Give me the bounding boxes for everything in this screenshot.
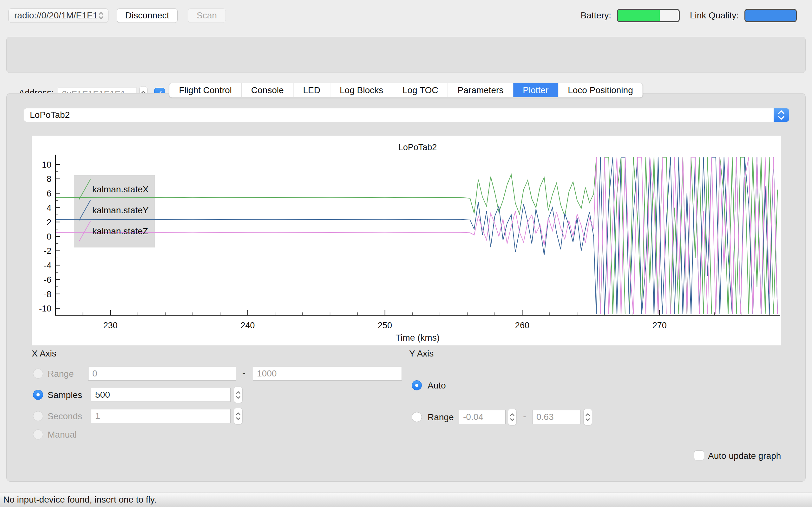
status-message: No input-device found, insert one to fly… [3, 495, 157, 505]
x-manual-radio[interactable] [33, 429, 43, 440]
plot-panel: 1086420-2-4-6-8-10230240250260270 LoPoTa… [32, 135, 781, 345]
x-range-label: Range [48, 369, 74, 379]
battery-label: Battery: [580, 10, 611, 20]
svg-text:2: 2 [47, 218, 51, 227]
legend-label: kalman.stateZ [92, 225, 148, 238]
auto-update-graph-label: Auto update graph [708, 451, 781, 461]
legend-label: kalman.stateY [92, 204, 148, 217]
address-panel: Address: Auto Reconnect [6, 37, 806, 73]
x-seconds-input[interactable] [91, 409, 231, 423]
connection-uri-value: radio://0/20/1M/E1E1 [14, 10, 98, 20]
svg-text:8: 8 [47, 174, 51, 184]
stepper-down-icon [236, 396, 241, 399]
svg-text:250: 250 [378, 321, 392, 330]
battery-indicator [617, 9, 680, 22]
legend-line-sample [78, 178, 91, 201]
tab-console[interactable]: Console [241, 83, 293, 97]
x-axis-section-label: X Axis [32, 349, 56, 359]
link-quality-label: Link Quality: [690, 10, 739, 20]
x-range-max-input[interactable] [253, 367, 402, 381]
tab-led[interactable]: LED [293, 83, 330, 97]
tab-plotter[interactable]: Plotter [513, 83, 558, 97]
legend-label: kalman.stateX [92, 183, 148, 196]
svg-text:-8: -8 [44, 290, 51, 299]
legend-line-sample [78, 220, 91, 243]
svg-text:-6: -6 [44, 275, 51, 285]
x-range-radio[interactable] [33, 369, 43, 379]
svg-text:230: 230 [103, 321, 117, 330]
connection-uri-select[interactable]: radio://0/20/1M/E1E1 [8, 8, 108, 23]
tab-log-blocks[interactable]: Log Blocks [330, 83, 393, 97]
y-range-label: Range [427, 412, 454, 422]
disconnect-button[interactable]: Disconnect [117, 8, 177, 23]
y-range-max-input[interactable] [532, 410, 580, 424]
x-seconds-radio[interactable] [33, 411, 43, 421]
svg-text:0: 0 [47, 232, 51, 241]
y-auto-label: Auto [427, 381, 446, 391]
svg-text:-4: -4 [44, 261, 51, 270]
link-quality-indicator [745, 9, 797, 22]
stepper-up-icon [585, 413, 590, 416]
svg-text:240: 240 [241, 321, 255, 330]
stepper-down-icon [585, 418, 590, 421]
stepper-up-icon [236, 412, 241, 415]
x-range-min-input[interactable] [88, 367, 236, 381]
combo-updown-icon [774, 108, 789, 122]
y-range-min-stepper[interactable] [508, 409, 517, 425]
stepper-down-icon [236, 417, 241, 420]
x-samples-label: Samples [48, 390, 82, 400]
scan-button[interactable]: Scan [188, 8, 226, 23]
x-manual-label: Manual [48, 430, 77, 440]
stepper-down-icon [510, 418, 515, 421]
legend: kalman.stateXkalman.stateYkalman.stateZ [74, 175, 155, 247]
svg-text:270: 270 [653, 321, 667, 330]
tab-flight-control[interactable]: Flight Control [169, 83, 241, 97]
y-range-min-input[interactable] [459, 410, 506, 424]
y-axis-section-label: Y Axis [409, 349, 434, 359]
auto-update-graph-checkbox[interactable] [694, 450, 704, 460]
stepper-up-icon [236, 391, 241, 394]
y-auto-radio[interactable] [412, 380, 422, 390]
x-samples-stepper[interactable] [234, 387, 243, 403]
y-range-radio[interactable] [412, 412, 422, 422]
graph-select-value: LoPoTab2 [24, 110, 774, 120]
svg-text:10: 10 [42, 160, 51, 170]
svg-text:260: 260 [515, 321, 529, 330]
svg-text:-10: -10 [39, 304, 51, 314]
tab-bar: Flight ControlConsoleLEDLog BlocksLog TO… [169, 83, 643, 98]
tab-loco-positioning[interactable]: Loco Positioning [558, 83, 642, 97]
tab-log-toc[interactable]: Log TOC [393, 83, 448, 97]
graph-select[interactable]: LoPoTab2 [24, 108, 789, 122]
legend-line-sample [78, 199, 91, 222]
svg-text:4: 4 [47, 203, 51, 213]
status-bar: No input-device found, insert one to fly… [0, 492, 812, 507]
y-range-dash: - [523, 411, 526, 422]
x-seconds-label: Seconds [48, 411, 82, 421]
x-samples-radio[interactable] [33, 390, 43, 400]
x-range-dash: - [242, 368, 246, 378]
stepper-up-icon [510, 413, 515, 416]
app-window: radio://0/20/1M/E1E1 Disconnect Scan Bat… [0, 0, 812, 507]
x-samples-input[interactable] [91, 388, 231, 402]
link-quality-fill [745, 10, 796, 21]
svg-text:6: 6 [47, 189, 51, 199]
x-seconds-stepper[interactable] [234, 408, 243, 424]
y-range-max-stepper[interactable] [583, 409, 592, 425]
updown-chevron-icon [98, 10, 104, 21]
svg-text:-2: -2 [44, 246, 51, 256]
tab-parameters[interactable]: Parameters [448, 83, 513, 97]
battery-fill [618, 10, 660, 21]
